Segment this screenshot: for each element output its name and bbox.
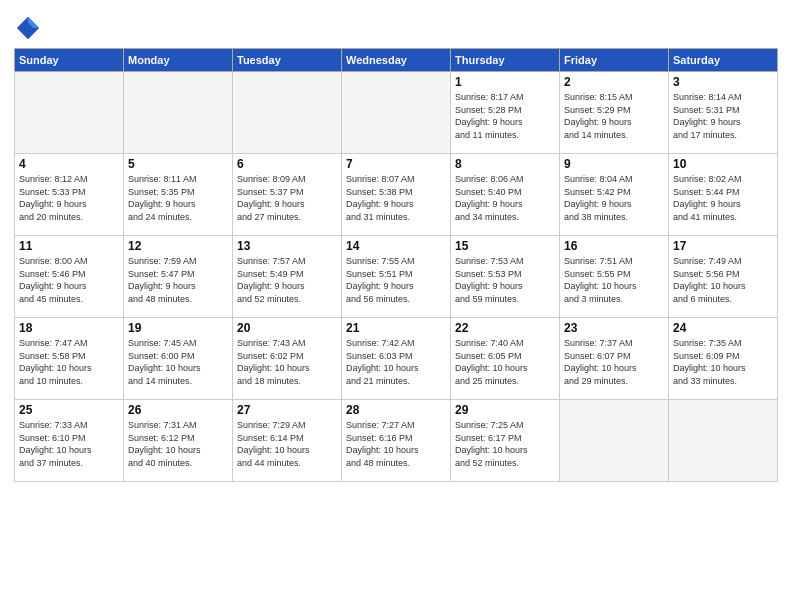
day-number: 3 <box>673 75 773 89</box>
day-number: 27 <box>237 403 337 417</box>
calendar-day-cell: 16Sunrise: 7:51 AM Sunset: 5:55 PM Dayli… <box>560 236 669 318</box>
day-number: 28 <box>346 403 446 417</box>
day-info: Sunrise: 7:51 AM Sunset: 5:55 PM Dayligh… <box>564 255 664 305</box>
day-number: 10 <box>673 157 773 171</box>
day-info: Sunrise: 7:27 AM Sunset: 6:16 PM Dayligh… <box>346 419 446 469</box>
day-number: 7 <box>346 157 446 171</box>
weekday-header-thursday: Thursday <box>451 49 560 72</box>
day-number: 25 <box>19 403 119 417</box>
day-number: 24 <box>673 321 773 335</box>
weekday-header-wednesday: Wednesday <box>342 49 451 72</box>
calendar-day-cell: 6Sunrise: 8:09 AM Sunset: 5:37 PM Daylig… <box>233 154 342 236</box>
day-number: 6 <box>237 157 337 171</box>
day-number: 21 <box>346 321 446 335</box>
calendar-header-row: SundayMondayTuesdayWednesdayThursdayFrid… <box>15 49 778 72</box>
calendar-day-cell: 11Sunrise: 8:00 AM Sunset: 5:46 PM Dayli… <box>15 236 124 318</box>
day-info: Sunrise: 8:11 AM Sunset: 5:35 PM Dayligh… <box>128 173 228 223</box>
calendar-day-cell: 21Sunrise: 7:42 AM Sunset: 6:03 PM Dayli… <box>342 318 451 400</box>
day-number: 18 <box>19 321 119 335</box>
calendar-day-cell: 17Sunrise: 7:49 AM Sunset: 5:56 PM Dayli… <box>669 236 778 318</box>
calendar-day-cell: 24Sunrise: 7:35 AM Sunset: 6:09 PM Dayli… <box>669 318 778 400</box>
calendar-day-cell: 1Sunrise: 8:17 AM Sunset: 5:28 PM Daylig… <box>451 72 560 154</box>
calendar-day-cell: 15Sunrise: 7:53 AM Sunset: 5:53 PM Dayli… <box>451 236 560 318</box>
calendar-day-cell: 8Sunrise: 8:06 AM Sunset: 5:40 PM Daylig… <box>451 154 560 236</box>
day-number: 1 <box>455 75 555 89</box>
day-number: 4 <box>19 157 119 171</box>
day-number: 8 <box>455 157 555 171</box>
calendar-day-cell <box>342 72 451 154</box>
day-number: 17 <box>673 239 773 253</box>
day-info: Sunrise: 7:35 AM Sunset: 6:09 PM Dayligh… <box>673 337 773 387</box>
weekday-header-tuesday: Tuesday <box>233 49 342 72</box>
calendar-day-cell: 22Sunrise: 7:40 AM Sunset: 6:05 PM Dayli… <box>451 318 560 400</box>
header <box>14 10 778 42</box>
day-number: 9 <box>564 157 664 171</box>
weekday-header-friday: Friday <box>560 49 669 72</box>
calendar-day-cell <box>15 72 124 154</box>
day-info: Sunrise: 7:57 AM Sunset: 5:49 PM Dayligh… <box>237 255 337 305</box>
day-info: Sunrise: 8:15 AM Sunset: 5:29 PM Dayligh… <box>564 91 664 141</box>
calendar-day-cell: 5Sunrise: 8:11 AM Sunset: 5:35 PM Daylig… <box>124 154 233 236</box>
calendar-day-cell: 25Sunrise: 7:33 AM Sunset: 6:10 PM Dayli… <box>15 400 124 482</box>
day-info: Sunrise: 8:09 AM Sunset: 5:37 PM Dayligh… <box>237 173 337 223</box>
calendar-day-cell: 9Sunrise: 8:04 AM Sunset: 5:42 PM Daylig… <box>560 154 669 236</box>
day-info: Sunrise: 7:47 AM Sunset: 5:58 PM Dayligh… <box>19 337 119 387</box>
day-info: Sunrise: 7:33 AM Sunset: 6:10 PM Dayligh… <box>19 419 119 469</box>
day-info: Sunrise: 7:31 AM Sunset: 6:12 PM Dayligh… <box>128 419 228 469</box>
calendar-day-cell: 12Sunrise: 7:59 AM Sunset: 5:47 PM Dayli… <box>124 236 233 318</box>
calendar-week-row: 4Sunrise: 8:12 AM Sunset: 5:33 PM Daylig… <box>15 154 778 236</box>
calendar-day-cell: 29Sunrise: 7:25 AM Sunset: 6:17 PM Dayli… <box>451 400 560 482</box>
calendar-table: SundayMondayTuesdayWednesdayThursdayFrid… <box>14 48 778 482</box>
day-number: 15 <box>455 239 555 253</box>
day-info: Sunrise: 7:40 AM Sunset: 6:05 PM Dayligh… <box>455 337 555 387</box>
calendar-day-cell <box>233 72 342 154</box>
day-info: Sunrise: 7:53 AM Sunset: 5:53 PM Dayligh… <box>455 255 555 305</box>
day-number: 12 <box>128 239 228 253</box>
calendar-day-cell: 28Sunrise: 7:27 AM Sunset: 6:16 PM Dayli… <box>342 400 451 482</box>
calendar-day-cell: 23Sunrise: 7:37 AM Sunset: 6:07 PM Dayli… <box>560 318 669 400</box>
day-info: Sunrise: 7:37 AM Sunset: 6:07 PM Dayligh… <box>564 337 664 387</box>
calendar-week-row: 1Sunrise: 8:17 AM Sunset: 5:28 PM Daylig… <box>15 72 778 154</box>
day-info: Sunrise: 7:59 AM Sunset: 5:47 PM Dayligh… <box>128 255 228 305</box>
day-number: 22 <box>455 321 555 335</box>
day-number: 26 <box>128 403 228 417</box>
day-info: Sunrise: 8:00 AM Sunset: 5:46 PM Dayligh… <box>19 255 119 305</box>
day-info: Sunrise: 8:07 AM Sunset: 5:38 PM Dayligh… <box>346 173 446 223</box>
day-info: Sunrise: 7:42 AM Sunset: 6:03 PM Dayligh… <box>346 337 446 387</box>
weekday-header-monday: Monday <box>124 49 233 72</box>
day-number: 19 <box>128 321 228 335</box>
calendar-day-cell: 20Sunrise: 7:43 AM Sunset: 6:02 PM Dayli… <box>233 318 342 400</box>
day-info: Sunrise: 7:45 AM Sunset: 6:00 PM Dayligh… <box>128 337 228 387</box>
calendar-day-cell: 27Sunrise: 7:29 AM Sunset: 6:14 PM Dayli… <box>233 400 342 482</box>
day-number: 23 <box>564 321 664 335</box>
day-info: Sunrise: 8:12 AM Sunset: 5:33 PM Dayligh… <box>19 173 119 223</box>
day-info: Sunrise: 8:17 AM Sunset: 5:28 PM Dayligh… <box>455 91 555 141</box>
day-info: Sunrise: 7:49 AM Sunset: 5:56 PM Dayligh… <box>673 255 773 305</box>
page-container: SundayMondayTuesdayWednesdayThursdayFrid… <box>0 0 792 492</box>
day-info: Sunrise: 8:06 AM Sunset: 5:40 PM Dayligh… <box>455 173 555 223</box>
day-number: 29 <box>455 403 555 417</box>
calendar-day-cell <box>669 400 778 482</box>
day-info: Sunrise: 7:25 AM Sunset: 6:17 PM Dayligh… <box>455 419 555 469</box>
calendar-week-row: 11Sunrise: 8:00 AM Sunset: 5:46 PM Dayli… <box>15 236 778 318</box>
weekday-header-saturday: Saturday <box>669 49 778 72</box>
calendar-day-cell: 2Sunrise: 8:15 AM Sunset: 5:29 PM Daylig… <box>560 72 669 154</box>
day-info: Sunrise: 7:29 AM Sunset: 6:14 PM Dayligh… <box>237 419 337 469</box>
calendar-day-cell <box>560 400 669 482</box>
calendar-day-cell: 26Sunrise: 7:31 AM Sunset: 6:12 PM Dayli… <box>124 400 233 482</box>
day-info: Sunrise: 7:55 AM Sunset: 5:51 PM Dayligh… <box>346 255 446 305</box>
day-number: 11 <box>19 239 119 253</box>
day-number: 20 <box>237 321 337 335</box>
logo <box>14 14 44 42</box>
logo-icon <box>14 14 42 42</box>
calendar-day-cell: 7Sunrise: 8:07 AM Sunset: 5:38 PM Daylig… <box>342 154 451 236</box>
calendar-week-row: 25Sunrise: 7:33 AM Sunset: 6:10 PM Dayli… <box>15 400 778 482</box>
day-info: Sunrise: 7:43 AM Sunset: 6:02 PM Dayligh… <box>237 337 337 387</box>
day-number: 16 <box>564 239 664 253</box>
day-number: 14 <box>346 239 446 253</box>
day-info: Sunrise: 8:14 AM Sunset: 5:31 PM Dayligh… <box>673 91 773 141</box>
calendar-day-cell: 3Sunrise: 8:14 AM Sunset: 5:31 PM Daylig… <box>669 72 778 154</box>
calendar-day-cell: 18Sunrise: 7:47 AM Sunset: 5:58 PM Dayli… <box>15 318 124 400</box>
day-info: Sunrise: 8:02 AM Sunset: 5:44 PM Dayligh… <box>673 173 773 223</box>
calendar-day-cell: 14Sunrise: 7:55 AM Sunset: 5:51 PM Dayli… <box>342 236 451 318</box>
